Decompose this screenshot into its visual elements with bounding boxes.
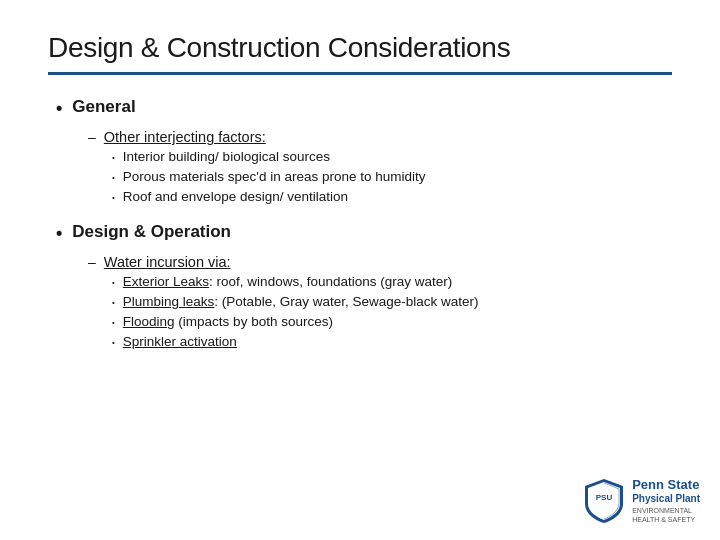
dash-icon: – bbox=[88, 129, 96, 145]
nested-text-3: Roof and envelope design/ ventilation bbox=[123, 189, 348, 204]
slide-title: Design & Construction Considerations bbox=[48, 32, 672, 64]
dash-icon-2: – bbox=[88, 254, 96, 270]
section-general: • General – Other interjecting factors: … bbox=[56, 97, 672, 204]
design-sub-dash: – Water incursion via: bbox=[88, 254, 672, 270]
design-bullet-3: • Flooding (impacts by both sources) bbox=[112, 314, 672, 329]
section-design-operation: • Design & Operation – Water incursion v… bbox=[56, 222, 672, 349]
general-sub-dash: – Other interjecting factors: bbox=[88, 129, 672, 145]
general-sub-group: – Other interjecting factors: • Interior… bbox=[88, 129, 672, 204]
design-underline-4: Sprinkler activation bbox=[123, 334, 237, 349]
design-dot-2: • bbox=[112, 298, 115, 307]
bullet-dot: • bbox=[56, 98, 62, 119]
penn-state-shield-icon: PSU bbox=[584, 478, 624, 524]
logo-text-block: Penn State Physical Plant ENVIRONMENTAL … bbox=[632, 478, 700, 523]
design-bullet-1: • Exterior Leaks: roof, windows, foundat… bbox=[112, 274, 672, 289]
design-sub-label: Water incursion via: bbox=[104, 254, 231, 270]
design-dot-4: • bbox=[112, 338, 115, 347]
title-underline bbox=[48, 72, 672, 75]
nested-bullet-1: • Interior building/ biological sources bbox=[112, 149, 672, 164]
design-sub-group: – Water incursion via: • Exterior Leaks:… bbox=[88, 254, 672, 349]
general-sub-label: Other interjecting factors: bbox=[104, 129, 266, 145]
nested-bullet-2: • Porous materials spec'd in areas prone… bbox=[112, 169, 672, 184]
design-text-4: Sprinkler activation bbox=[123, 334, 237, 349]
design-underline-2: Plumbing leaks bbox=[123, 294, 215, 309]
main-bullet-general: • General bbox=[56, 97, 672, 119]
physical-plant-name: Physical Plant bbox=[632, 493, 700, 504]
nested-text-1: Interior building/ biological sources bbox=[123, 149, 330, 164]
design-bullet-2: • Plumbing leaks: (Potable, Gray water, … bbox=[112, 294, 672, 309]
logo-area: PSU Penn State Physical Plant ENVIRONMEN… bbox=[584, 478, 700, 524]
design-underline-3: Flooding bbox=[123, 314, 175, 329]
design-bullet-4: • Sprinkler activation bbox=[112, 334, 672, 349]
design-text-3: Flooding (impacts by both sources) bbox=[123, 314, 333, 329]
svg-text:PSU: PSU bbox=[596, 493, 613, 502]
design-dot-1: • bbox=[112, 278, 115, 287]
slide: Design & Construction Considerations • G… bbox=[0, 0, 720, 540]
content-area: • General – Other interjecting factors: … bbox=[48, 97, 672, 349]
design-suffix-1: : roof, windows, foundations (gray water… bbox=[209, 274, 452, 289]
design-text-2: Plumbing leaks: (Potable, Gray water, Se… bbox=[123, 294, 479, 309]
logo-badge: PSU Penn State Physical Plant ENVIRONMEN… bbox=[584, 478, 700, 524]
general-label: General bbox=[72, 97, 135, 117]
design-suffix-2: : (Potable, Gray water, Sewage-black wat… bbox=[214, 294, 478, 309]
nested-dot-1: • bbox=[112, 153, 115, 162]
design-underline-1: Exterior Leaks bbox=[123, 274, 209, 289]
bullet-dot-2: • bbox=[56, 223, 62, 244]
env-health-safety: ENVIRONMENTAL HEALTH & SAFETY bbox=[632, 506, 695, 524]
design-nested-bullets: • Exterior Leaks: roof, windows, foundat… bbox=[112, 274, 672, 349]
penn-state-name: Penn State bbox=[632, 478, 699, 492]
design-dot-3: • bbox=[112, 318, 115, 327]
nested-dot-3: • bbox=[112, 193, 115, 202]
design-suffix-3: (impacts by both sources) bbox=[175, 314, 333, 329]
design-label: Design & Operation bbox=[72, 222, 231, 242]
design-text-1: Exterior Leaks: roof, windows, foundatio… bbox=[123, 274, 452, 289]
nested-text-2: Porous materials spec'd in areas prone t… bbox=[123, 169, 426, 184]
nested-dot-2: • bbox=[112, 173, 115, 182]
main-bullet-design: • Design & Operation bbox=[56, 222, 672, 244]
general-nested-bullets: • Interior building/ biological sources … bbox=[112, 149, 672, 204]
nested-bullet-3: • Roof and envelope design/ ventilation bbox=[112, 189, 672, 204]
